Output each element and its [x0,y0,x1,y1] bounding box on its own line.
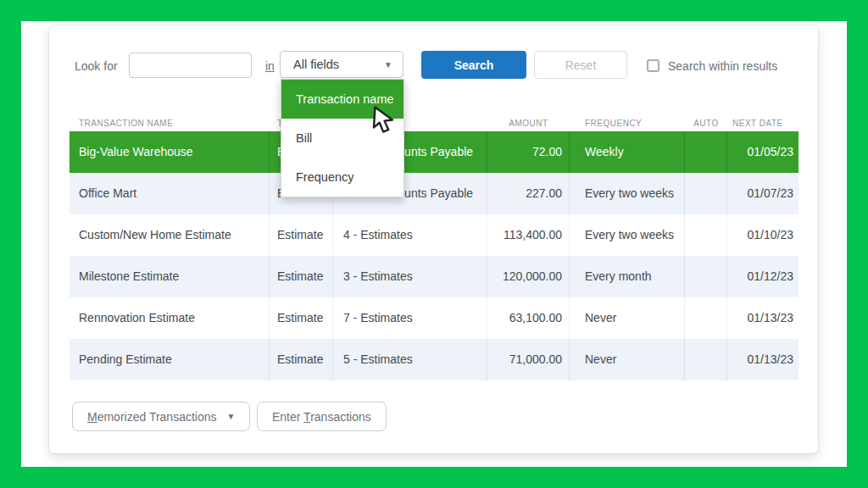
cell-account: 5 - Estimates [333,339,487,380]
cell-next-date: 01/10/23 [727,214,798,256]
dropdown-item-frequency[interactable]: Frequency [281,158,403,197]
table-row[interactable]: Rennovation EstimateEstimate7 - Estimate… [70,297,798,339]
search-within-results-checkbox[interactable] [647,59,659,72]
enter-transactions-label: Enter Transactions [272,410,371,424]
memorized-transactions-table: TRANSACTION NAMETYPEACCOUNTAMOUNTFREQUEN… [70,114,798,380]
cell-auto [685,214,727,256]
green-frame: Look for in All fields ▼ Search Reset Se… [0,0,868,488]
memorized-transactions-button[interactable]: Memorized Transactions ▼ [72,402,250,431]
look-for-label: Look for [75,59,118,73]
cell-frequency: Weekly [570,131,685,173]
chevron-down-icon: ▼ [384,60,392,69]
cell-amount: 63,100.00 [487,297,570,339]
field-select-value: All fields [293,58,339,71]
cell-account: 3 - Estimates [333,256,487,297]
cell-amount: 227.00 [487,173,570,214]
cell-next-date: 01/12/23 [727,256,798,297]
look-for-input[interactable] [129,53,252,78]
cell-auto [685,297,727,339]
cell-type: Estimate [270,256,333,297]
search-button[interactable]: Search [421,51,526,79]
column-header[interactable]: AUTO [685,119,727,128]
table-row[interactable]: Custom/New Home EstimateEstimate4 - Esti… [70,214,798,256]
cell-amount: 113,400.00 [487,214,570,256]
chevron-down-icon: ▼ [227,412,236,421]
cell-account: 7 - Estimates [333,297,487,339]
page-background: Look for in All fields ▼ Search Reset Se… [21,21,847,467]
cell-frequency: Every month [570,256,685,297]
reset-button[interactable]: Reset [534,51,627,79]
cell-next-date: 01/05/23 [727,131,798,173]
cell-amount: 72.00 [487,131,570,173]
cell-type: Estimate [270,297,333,339]
cell-auto [685,256,727,297]
table-header-row: TRANSACTION NAMETYPEACCOUNTAMOUNTFREQUEN… [70,114,798,131]
in-label: in [265,59,275,73]
cell-auto [685,131,727,173]
table-row[interactable]: Office MartEstimateAccounts Payable227.0… [70,173,798,214]
column-header[interactable]: NEXT DATE [727,119,798,128]
table-row[interactable]: Big-Value WarehouseEstimateAccounts Paya… [70,131,798,173]
cell-auto [685,173,727,214]
field-dropdown-menu: Transaction nameBillFrequency [281,79,404,197]
cell-type: Estimate [270,339,333,380]
cell-amount: 71,000.00 [487,339,570,380]
cell-frequency: Never [570,297,685,339]
table-row[interactable]: Milestone EstimateEstimate3 - Estimates1… [70,256,798,297]
cell-name: Office Mart [70,173,270,214]
enter-transactions-button[interactable]: Enter Transactions [257,402,387,431]
cell-type: Estimate [270,214,333,256]
cell-name: Milestone Estimate [70,256,270,297]
cell-name: Pending Estimate [70,339,270,380]
table-body: Big-Value WarehouseEstimateAccounts Paya… [70,131,798,380]
cell-frequency: Never [570,339,685,380]
cell-next-date: 01/13/23 [727,297,798,339]
cell-account: 4 - Estimates [333,214,487,256]
column-header[interactable]: TRANSACTION NAME [70,119,270,128]
cell-name: Big-Value Warehouse [70,131,270,173]
cell-frequency: Every two weeks [570,214,685,256]
cell-auto [685,339,727,380]
cell-name: Rennovation Estimate [70,297,270,339]
cell-next-date: 01/07/23 [727,173,798,214]
main-panel: Look for in All fields ▼ Search Reset Se… [49,25,818,453]
column-header[interactable]: AMOUNT [487,119,570,128]
cell-next-date: 01/13/23 [727,339,798,380]
table-row[interactable]: Pending EstimateEstimate5 - Estimates71,… [70,339,798,380]
cell-name: Custom/New Home Estimate [70,214,270,256]
column-header[interactable]: FREQUENCY [570,119,685,128]
mouse-cursor-icon [372,106,396,134]
search-within-results-label: Search within results [668,59,777,73]
cell-frequency: Every two weeks [570,173,685,214]
cell-amount: 120,000.00 [487,256,570,297]
memorized-transactions-label: Memorized Transactions [87,410,217,424]
field-select[interactable]: All fields ▼ [280,51,403,78]
